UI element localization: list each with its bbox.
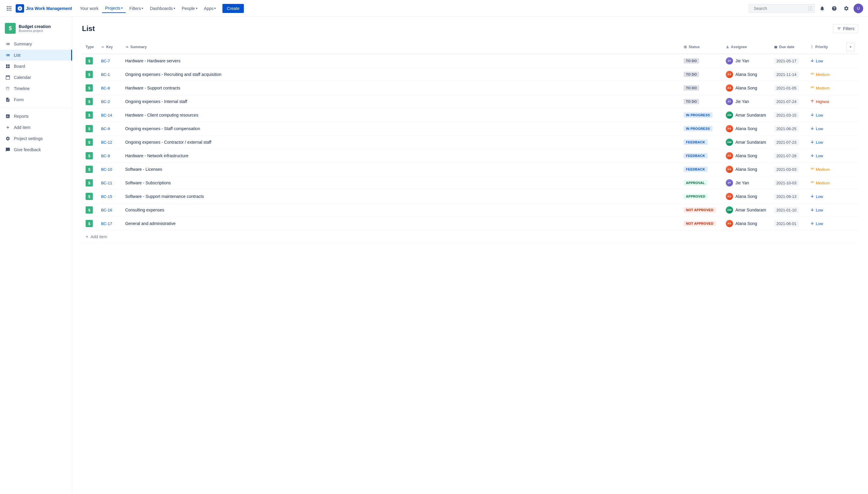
search-input[interactable]: [754, 6, 807, 11]
table-row: $ BC-2 Ongoing expenses - Internal staff…: [82, 95, 858, 109]
status-badge[interactable]: TO DO: [684, 58, 699, 63]
issue-key[interactable]: BC-14: [101, 113, 112, 117]
status-badge[interactable]: NOT APPROVED: [684, 221, 716, 226]
cell-key[interactable]: BC-15: [97, 190, 122, 203]
status-badge[interactable]: NOT APPROVED: [684, 207, 716, 213]
cell-key[interactable]: BC-9: [97, 149, 122, 163]
nav-people[interactable]: People ▾: [179, 4, 200, 13]
sidebar-item-form[interactable]: Form: [0, 94, 72, 105]
cell-key[interactable]: BC-16: [97, 203, 122, 217]
app-switcher-button[interactable]: [5, 4, 13, 13]
cell-status[interactable]: APPROVAL: [680, 176, 722, 190]
nav-filters[interactable]: Filters ▾: [126, 4, 146, 13]
cell-key[interactable]: BC-14: [97, 109, 122, 122]
cell-key[interactable]: BC-17: [97, 217, 122, 230]
assignee-name: Amar Sundaram: [735, 208, 766, 212]
settings-button[interactable]: [842, 4, 851, 13]
cell-status[interactable]: NOT APPROVED: [680, 217, 722, 230]
nav-your-work[interactable]: Your work: [77, 4, 101, 13]
status-badge[interactable]: TO DO: [684, 85, 699, 91]
help-button[interactable]: [829, 4, 839, 13]
priority-cell: Medium: [810, 167, 839, 172]
cell-status[interactable]: TO DO: [680, 68, 722, 81]
status-badge[interactable]: APPROVED: [684, 194, 708, 199]
table-row: $ BC-7 Hardware - Hardware servers TO DO…: [82, 54, 858, 68]
add-column-button[interactable]: +: [846, 43, 855, 51]
sidebar-item-summary[interactable]: Summary: [0, 39, 72, 50]
issue-key[interactable]: BC-9: [101, 154, 110, 158]
cell-key[interactable]: BC-7: [97, 54, 122, 68]
issue-summary: Hardware - Network infrastructure: [125, 153, 188, 158]
create-button[interactable]: Create: [222, 4, 243, 13]
project-icon: $: [5, 23, 16, 34]
status-badge[interactable]: TO DO: [684, 99, 699, 104]
cell-status[interactable]: TO DO: [680, 95, 722, 109]
priority-label: Medium: [816, 86, 830, 90]
table-row: $ BC-9 Hardware - Network infrastructure…: [82, 149, 858, 163]
search-box[interactable]: /: [749, 4, 815, 13]
sidebar-item-reports[interactable]: Reports: [0, 111, 72, 122]
user-avatar[interactable]: U: [853, 4, 863, 13]
issue-key[interactable]: BC-8: [101, 86, 110, 90]
sidebar-item-timeline[interactable]: Timeline: [0, 83, 72, 94]
add-item-cell[interactable]: + Add item: [82, 230, 858, 243]
sidebar-item-board[interactable]: Board: [0, 61, 72, 72]
cell-status[interactable]: TO DO: [680, 54, 722, 68]
issue-key[interactable]: BC-12: [101, 140, 112, 145]
issue-key[interactable]: BC-1: [101, 72, 110, 77]
add-item-row[interactable]: + Add item: [82, 230, 858, 243]
cell-key[interactable]: BC-1: [97, 68, 122, 81]
status-badge[interactable]: TO DO: [684, 72, 699, 77]
sidebar-item-project-settings[interactable]: Project settings: [0, 133, 72, 144]
issue-key[interactable]: BC-11: [101, 181, 112, 185]
issue-key[interactable]: BC-7: [101, 59, 110, 63]
issue-key[interactable]: BC-2: [101, 99, 110, 104]
avatar: JY: [726, 57, 733, 64]
filters-button[interactable]: Filters: [833, 24, 858, 33]
cell-actions: [843, 163, 858, 176]
priority-icon: [810, 86, 814, 91]
cell-status[interactable]: TO DO: [680, 81, 722, 95]
table-header: Type Key Summary: [82, 40, 858, 54]
sidebar-item-list[interactable]: List: [0, 50, 72, 60]
issue-key[interactable]: BC-9: [101, 127, 110, 131]
cell-status[interactable]: IN PROGRESS: [680, 109, 722, 122]
sidebar-label-form: Form: [14, 97, 24, 102]
cell-assignee: AS Alana Song: [722, 81, 770, 95]
status-badge[interactable]: FEEDBACK: [684, 153, 708, 158]
priority-icon: [810, 180, 814, 186]
status-badge[interactable]: IN PROGRESS: [684, 126, 713, 131]
nav-projects[interactable]: Projects ▾: [102, 4, 126, 13]
status-badge[interactable]: APPROVAL: [684, 180, 707, 186]
cell-key[interactable]: BC-2: [97, 95, 122, 109]
cell-status[interactable]: IN PROGRESS: [680, 122, 722, 136]
status-badge[interactable]: IN PROGRESS: [684, 112, 713, 118]
cell-key[interactable]: BC-8: [97, 81, 122, 95]
notifications-button[interactable]: [817, 4, 827, 13]
app-logo[interactable]: Jira Work Management: [16, 4, 72, 13]
issue-key[interactable]: BC-10: [101, 167, 112, 172]
sidebar-item-calendar[interactable]: Calendar: [0, 72, 72, 83]
status-badge[interactable]: FEEDBACK: [684, 167, 708, 172]
cell-status[interactable]: FEEDBACK: [680, 149, 722, 163]
cell-status[interactable]: FEEDBACK: [680, 163, 722, 176]
cell-actions: [843, 149, 858, 163]
issue-key[interactable]: BC-15: [101, 194, 112, 199]
issue-key[interactable]: BC-17: [101, 222, 112, 226]
issue-key[interactable]: BC-16: [101, 208, 112, 212]
sidebar-item-give-feedback[interactable]: Give feedback: [0, 144, 72, 155]
cell-key[interactable]: BC-10: [97, 163, 122, 176]
add-item-label[interactable]: Add item: [90, 234, 107, 239]
due-date-value: 2021-01-10: [774, 207, 799, 213]
cell-key[interactable]: BC-11: [97, 176, 122, 190]
cell-status[interactable]: NOT APPROVED: [680, 203, 722, 217]
cell-key[interactable]: BC-12: [97, 136, 122, 149]
status-badge[interactable]: FEEDBACK: [684, 139, 708, 145]
cell-key[interactable]: BC-9: [97, 122, 122, 136]
sidebar-item-add-item[interactable]: Add item: [0, 122, 72, 133]
nav-apps[interactable]: Apps ▾: [201, 4, 219, 13]
cell-status[interactable]: FEEDBACK: [680, 136, 722, 149]
nav-dashboards[interactable]: Dashboards ▾: [147, 4, 178, 13]
cell-status[interactable]: APPROVED: [680, 190, 722, 203]
col-header-add[interactable]: +: [843, 40, 858, 54]
